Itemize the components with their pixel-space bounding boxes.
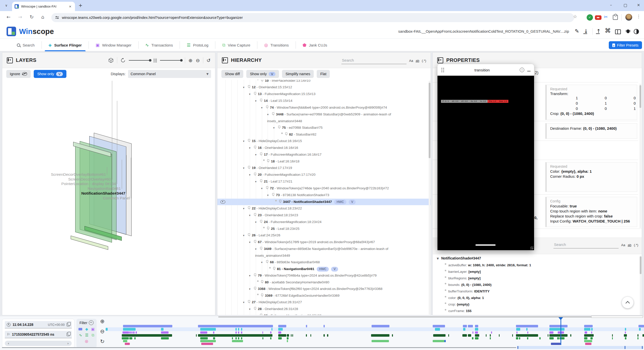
trace-entry-bar[interactable] <box>490 334 491 337</box>
expand-caret-icon[interactable]: ▾ <box>255 152 260 158</box>
collapse-panel-icon[interactable] <box>222 57 228 63</box>
match-case-button[interactable]: Aa <box>621 243 625 247</box>
pin-icon[interactable] <box>279 199 282 203</box>
properties-search-input[interactable]: Search <box>553 241 619 248</box>
timeline-minimap-track[interactable] <box>218 317 591 317</box>
expand-caret-icon[interactable]: ▾ <box>243 299 248 306</box>
trace-entry-bar[interactable] <box>161 337 169 339</box>
tab-surface-flinger[interactable]: ◈Surface Flinger <box>42 39 89 51</box>
spacing-slider[interactable] <box>160 60 182 61</box>
dark-mode-icon[interactable] <box>634 29 639 34</box>
shortcuts-icon[interactable]: ⌘ <box>605 27 611 34</box>
tree-row-82[interactable]: 82 - StatusBar#82 <box>217 131 431 138</box>
trace-entry-bar[interactable] <box>241 337 242 339</box>
trace-entry-bar[interactable] <box>200 331 207 334</box>
trace-entry-bar[interactable] <box>549 337 554 339</box>
layer-3d-label[interactable]: PointerLocation - display 0#134 <box>61 182 116 186</box>
trace-entry-bar[interactable] <box>287 337 289 339</box>
trace-entry-bar[interactable] <box>238 337 239 339</box>
pin-icon[interactable] <box>285 132 288 136</box>
trace-entry-bar[interactable] <box>584 328 590 331</box>
zoom-out-icon[interactable]: ⊖ <box>196 58 200 63</box>
visibility-eye-icon[interactable] <box>220 200 225 204</box>
trace-entry-bar[interactable] <box>463 328 465 331</box>
trace-entry-bar[interactable] <box>327 334 328 337</box>
documentation-icon[interactable] <box>615 29 621 34</box>
regex-button[interactable]: (.*) <box>634 243 638 247</box>
trace-entry-bar[interactable] <box>559 337 565 339</box>
tree-row-81[interactable]: 81 - NavigationBar0#81HWCV <box>217 266 431 272</box>
browser-menu-icon[interactable]: ⋮ <box>636 14 641 19</box>
property-row-crop[interactable]: crop: {empty} <box>433 301 642 308</box>
back-button[interactable]: ← <box>7 14 11 20</box>
trace-entry-bar[interactable] <box>291 334 292 337</box>
tab-transactions[interactable]: ∿Transactions <box>139 39 180 51</box>
expand-caret-icon[interactable]: ▾ <box>243 232 248 239</box>
pin-icon[interactable] <box>254 307 257 310</box>
tree-row-74[interactable]: ▾74 - WindowToken{fdddbe6 type=2000 andr… <box>217 104 431 111</box>
pin-icon[interactable] <box>272 193 275 196</box>
trace-entry-bar[interactable] <box>499 334 500 337</box>
timeline-range-selection[interactable] <box>517 346 643 349</box>
trace-entry-bar[interactable] <box>278 328 283 331</box>
trace-entry-bar[interactable] <box>548 334 548 337</box>
trace-entry-bar[interactable] <box>516 328 520 331</box>
properties-root-node[interactable]: ▼NotificationShade#3447 <box>433 255 642 262</box>
scroll-to-top-button[interactable] <box>622 296 634 309</box>
pin-icon[interactable] <box>266 186 269 189</box>
trace-entry-bar[interactable] <box>475 331 478 334</box>
tree-row-79[interactable]: ▾79 - WindowToken{7046b4a type=2024 andr… <box>217 272 431 279</box>
collapse-panel-icon[interactable] <box>437 57 443 63</box>
trace-entry-bar[interactable] <box>238 331 239 334</box>
layers-3d-canvas[interactable]: ScreenDecorOverlayBottom#61ScreenDecorOv… <box>2 80 215 315</box>
pin-icon[interactable] <box>248 206 251 209</box>
tree-row-28[interactable]: ▾28 - OneHanded:26:31#28 <box>217 306 431 313</box>
trace-entry-bar[interactable] <box>262 331 263 334</box>
show-only-v-button[interactable]: Show onlyV <box>34 70 66 78</box>
pin-icon[interactable] <box>267 226 270 230</box>
displays-dropdown[interactable]: Common Panel▼ <box>128 70 211 78</box>
trace-entry-bar[interactable] <box>642 334 644 337</box>
trace-entry-bar[interactable] <box>136 331 137 334</box>
tree-row-22[interactable]: ▾22 - HideDisplayCutout:18:23#22 <box>217 205 431 212</box>
pin-icon[interactable] <box>254 213 257 216</box>
trace-entry-bar[interactable] <box>585 331 587 334</box>
pin-icon[interactable] <box>260 98 263 102</box>
trace-entry-bar[interactable] <box>527 337 528 339</box>
tree-row-80[interactable]: 80 - ace6abb SecondaryHomeHandle0#80 <box>217 279 431 286</box>
expand-caret-icon[interactable]: ▾ <box>255 179 260 185</box>
trace-entry-bar[interactable] <box>472 337 473 339</box>
expand-caret-icon[interactable]: ▾ <box>243 84 248 91</box>
tree-row-14[interactable]: ▾14 - Leaf:15:15#14 <box>217 98 431 104</box>
tree-row-20[interactable]: ▾20 - FullscreenMagnification:17:17#20 <box>217 171 431 178</box>
trace-entry-bar[interactable] <box>625 337 626 339</box>
tree-row-3368[interactable]: ▾3368 - WindowToken{f6b2f60 type=2024 an… <box>217 286 431 292</box>
pin-icon[interactable] <box>266 260 269 263</box>
pin-icon[interactable] <box>266 105 269 109</box>
trace-entry-bar[interactable] <box>122 337 129 339</box>
pin-icon[interactable] <box>254 145 257 149</box>
expand-caret-icon[interactable]: ▾ <box>249 306 254 313</box>
trace-entry-bar[interactable] <box>200 328 216 331</box>
upload-icon[interactable]: ↑ <box>596 28 601 34</box>
tree-row-3448[interactable]: ▾3448 - Surface(name=ed70f88 StatusBar)/… <box>217 111 431 124</box>
extension-check-icon[interactable]: ✓ <box>587 14 593 21</box>
tab-view-capture[interactable]: ⧉View Capture <box>215 39 257 51</box>
tree-row-3369[interactable]: 3369 - 67726bf EdgeBackGestureHandler0#3… <box>217 292 431 299</box>
trace-entry-bar[interactable] <box>516 331 517 334</box>
tab-search[interactable]: Search <box>10 39 42 51</box>
pin-icon[interactable] <box>248 233 251 236</box>
trace-entry-bar[interactable] <box>444 340 446 342</box>
window-restore-button[interactable] <box>624 4 627 7</box>
pin-icon[interactable] <box>254 273 257 277</box>
expand-caret-icon[interactable]: ▾ <box>267 192 272 199</box>
trace-entry-bar[interactable] <box>637 337 638 339</box>
pin-icon[interactable] <box>260 179 263 183</box>
trace-entry-bar[interactable] <box>241 328 242 331</box>
property-row-barrierLayer[interactable]: barrierLayer: [empty] <box>433 269 642 275</box>
trace-entry-bar[interactable] <box>372 340 389 342</box>
trace-entry-bar[interactable] <box>287 334 289 337</box>
tree-row-21[interactable]: ▾21 - Leaf:17:17#21 <box>217 178 431 185</box>
pin-icon[interactable] <box>260 246 263 250</box>
zoom-in-icon[interactable]: ⊕ <box>188 58 192 63</box>
